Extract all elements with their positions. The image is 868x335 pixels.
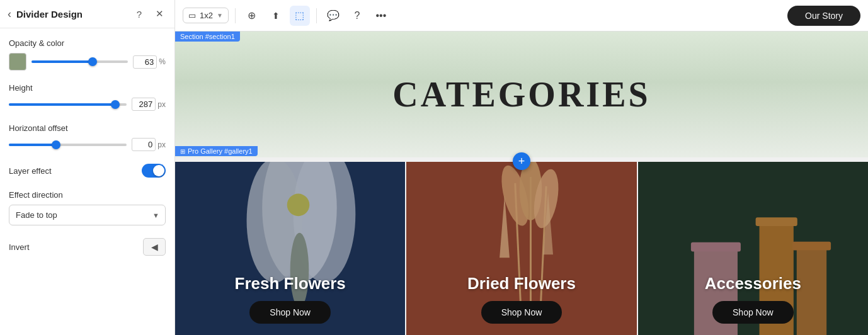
invert-row: Invert ◀ — [9, 238, 166, 256]
color-swatch[interactable] — [9, 53, 26, 71]
accessories-title: Accessories — [705, 274, 801, 293]
effect-direction-label: Effect direction — [9, 190, 166, 200]
gallery-label: Pro Gallery #gallery1 — [188, 147, 253, 155]
height-slider[interactable] — [9, 98, 127, 111]
left-panel: ‹ Divider Design ? ✕ Opacity & color — [0, 0, 175, 335]
invert-label: Invert — [9, 242, 30, 252]
toolbar-separator-2 — [316, 8, 317, 23]
canvas-area: Section #section1 CATEGORIES + ⊞ Pro Gal… — [175, 31, 868, 335]
more-icon: ••• — [375, 10, 386, 21]
comment-button[interactable]: 💬 — [323, 6, 343, 26]
hoffset-unit: px — [157, 140, 166, 149]
more-options-button[interactable]: ••• — [371, 6, 391, 26]
gallery-grid-icon: ⊞ — [180, 148, 185, 155]
categories-title: CATEGORIES — [392, 74, 650, 115]
effect-direction-section: Effect direction Fade to top Fade to bot… — [9, 190, 166, 225]
add-element-button[interactable]: ⊕ — [242, 6, 262, 26]
layer-effect-label: Layer effect — [9, 166, 52, 176]
layout-select[interactable]: ▭ 1x2 ▼ — [183, 8, 229, 23]
toggle-knob — [153, 165, 164, 176]
fresh-flowers-shop-btn[interactable]: Shop Now — [249, 301, 331, 324]
layer-effect-toggle[interactable] — [142, 164, 166, 178]
horizontal-offset-section: Horizontal offset px — [9, 123, 166, 151]
layout-chevron-icon: ▼ — [217, 12, 223, 19]
toolbar-left: ▭ 1x2 ▼ ⊕ ⬆ ⬚ 💬 ? ••• — [183, 6, 391, 26]
layer-effect-section: Layer effect — [9, 164, 166, 178]
gallery-item-fresh-flowers: Fresh Flowers Shop Now — [175, 162, 405, 335]
accessories-shop-btn[interactable]: Shop Now — [712, 301, 794, 324]
toolbar-separator-1 — [235, 8, 236, 23]
invert-arrow-icon: ◀ — [151, 242, 158, 252]
opacity-row: % — [9, 53, 166, 71]
crop-button[interactable]: ⬚ — [290, 6, 310, 26]
height-section: Height px — [9, 83, 166, 111]
panel-body: Opacity & color % Height — [0, 28, 174, 335]
height-row: px — [9, 98, 166, 111]
opacity-slider[interactable] — [31, 55, 128, 68]
invert-section: Invert ◀ — [9, 238, 166, 256]
horizontal-offset-row: px — [9, 138, 166, 151]
layout-label: 1x2 — [200, 11, 213, 20]
gallery-section: Fresh Flowers Shop Now — [175, 162, 868, 335]
hoffset-input[interactable] — [132, 138, 156, 151]
add-section-button[interactable]: + — [513, 152, 530, 170]
comment-icon: 💬 — [327, 9, 340, 21]
height-unit: px — [157, 100, 166, 109]
invert-button[interactable]: ◀ — [143, 238, 166, 256]
opacity-input[interactable] — [133, 55, 157, 69]
section1-tag[interactable]: Section #section1 — [175, 31, 240, 42]
height-input[interactable] — [132, 98, 156, 111]
back-button[interactable]: ‹ — [8, 8, 11, 21]
gallery-item-accessories: Accessories Shop Now — [638, 162, 868, 335]
arrange-icon: ⬆ — [272, 11, 280, 21]
panel-header: ‹ Divider Design ? ✕ — [0, 0, 174, 28]
help-icon: ? — [354, 10, 360, 21]
opacity-color-label: Opacity & color — [9, 38, 166, 48]
close-button[interactable]: ✕ — [152, 6, 167, 21]
fresh-flowers-title: Fresh Flowers — [235, 274, 346, 293]
fresh-flowers-overlay: Fresh Flowers Shop Now — [175, 162, 405, 335]
editor-toolbar: ▭ 1x2 ▼ ⊕ ⬆ ⬚ 💬 ? ••• — [175, 0, 868, 31]
help-button[interactable]: ? — [132, 6, 147, 21]
effect-direction-select[interactable]: Fade to top Fade to bottom Fade to left … — [9, 205, 166, 225]
height-label: Height — [9, 83, 166, 93]
dried-flowers-shop-btn[interactable]: Shop Now — [481, 301, 562, 324]
dried-flowers-title: Dried Flowers — [467, 274, 576, 293]
opacity-color-section: Opacity & color % — [9, 38, 166, 71]
gallery-tag[interactable]: ⊞ Pro Gallery #gallery1 — [175, 146, 258, 156]
layer-effect-row: Layer effect — [9, 164, 166, 178]
add-section-icon: + — [518, 155, 525, 168]
gallery-item-dried-flowers: Dried Flowers Shop Now — [406, 162, 636, 335]
crop-icon: ⬚ — [295, 9, 304, 21]
panel-title: Divider Design — [16, 9, 127, 20]
help-button[interactable]: ? — [347, 6, 367, 26]
hoffset-slider[interactable] — [9, 139, 127, 151]
categories-section: CATEGORIES — [175, 31, 868, 157]
arrange-button[interactable]: ⬆ — [266, 6, 286, 26]
editor-area: ▭ 1x2 ▼ ⊕ ⬆ ⬚ 💬 ? ••• — [175, 0, 868, 335]
add-icon: ⊕ — [248, 9, 256, 21]
opacity-unit: % — [159, 57, 166, 66]
effect-direction-select-wrap: Fade to top Fade to bottom Fade to left … — [9, 205, 166, 225]
layout-grid-icon: ▭ — [188, 11, 196, 20]
story-button[interactable]: Our Story — [787, 6, 860, 26]
accessories-overlay: Accessories Shop Now — [638, 162, 868, 335]
horizontal-offset-label: Horizontal offset — [9, 123, 166, 133]
dried-flowers-overlay: Dried Flowers Shop Now — [406, 162, 636, 335]
